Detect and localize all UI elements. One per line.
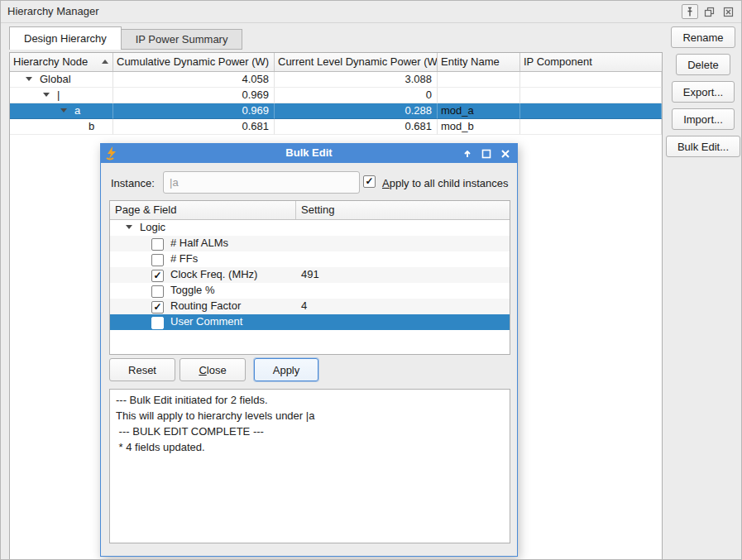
- setting-cell[interactable]: 4: [296, 299, 510, 314]
- setting-cell[interactable]: [296, 314, 510, 330]
- tab-ip-power-summary[interactable]: IP Power Summary: [121, 29, 243, 50]
- table-row[interactable]: Global4.0583.088: [10, 72, 662, 88]
- checkbox-unchecked-icon[interactable]: [151, 285, 164, 298]
- current-power-cell[interactable]: 0: [275, 88, 438, 103]
- reset-button[interactable]: Reset: [109, 358, 175, 381]
- table-row[interactable]: a0.9690.288mod_a: [10, 103, 662, 119]
- field-row[interactable]: Clock Freq. (MHz)491: [110, 267, 510, 283]
- field-name-cell[interactable]: Routing Factor: [110, 299, 296, 314]
- rename-button[interactable]: Rename: [671, 26, 735, 48]
- bulk-edit-button[interactable]: Bulk Edit...: [666, 136, 740, 157]
- entity-name-cell[interactable]: mod_b: [438, 119, 520, 135]
- column-header[interactable]: Cumulative Dynamic Power (W): [113, 53, 275, 71]
- maximize-icon[interactable]: [481, 148, 492, 160]
- window-controls: [682, 4, 736, 19]
- node-label: b: [89, 120, 94, 132]
- dialog-controls: [462, 144, 511, 163]
- pin-icon[interactable]: [682, 4, 698, 19]
- field-label: Toggle %: [170, 284, 214, 296]
- cumulative-power-cell[interactable]: 0.969: [113, 88, 275, 103]
- instance-label: Instance:: [111, 177, 155, 189]
- apply-button[interactable]: Apply: [254, 358, 318, 381]
- field-row[interactable]: Logic: [110, 220, 510, 236]
- field-name-cell[interactable]: User Comment: [110, 314, 296, 330]
- field-label: # Half ALMs: [170, 237, 228, 249]
- field-row[interactable]: User Comment: [110, 314, 510, 330]
- setting-cell[interactable]: [296, 283, 510, 299]
- entity-name-cell[interactable]: [438, 88, 520, 103]
- cumulative-power-cell[interactable]: 0.969: [113, 103, 275, 119]
- column-header-page-field[interactable]: Page & Field: [110, 201, 296, 219]
- field-name-cell[interactable]: Logic: [110, 220, 296, 236]
- close-icon[interactable]: [720, 4, 736, 19]
- column-header[interactable]: Current Level Dynamic Power (W): [275, 53, 438, 71]
- checkbox-unchecked-icon[interactable]: [151, 254, 164, 266]
- field-label: Clock Freq. (MHz): [170, 268, 257, 280]
- float-icon[interactable]: [701, 4, 717, 19]
- cumulative-power-cell[interactable]: 4.058: [113, 72, 275, 88]
- side-button-column: RenameDeleteExport...Import...Bulk Edit.…: [663, 26, 742, 157]
- hierarchy-node-cell[interactable]: b: [10, 119, 113, 135]
- import-button[interactable]: Import...: [672, 108, 735, 130]
- field-label: Logic: [140, 221, 165, 233]
- hierarchy-node-cell[interactable]: Global: [10, 72, 113, 88]
- close-button[interactable]: Close: [180, 358, 246, 381]
- setting-cell[interactable]: [296, 236, 510, 251]
- checkbox-checked-icon[interactable]: [151, 270, 164, 282]
- column-header[interactable]: IP Component: [520, 53, 662, 71]
- tree-table-header: Hierarchy NodeCumulative Dynamic Power (…: [10, 53, 662, 72]
- ip-component-cell[interactable]: [520, 72, 662, 88]
- field-row[interactable]: Routing Factor4: [110, 299, 510, 314]
- column-header[interactable]: Hierarchy Node: [10, 53, 113, 71]
- field-row[interactable]: Toggle %: [110, 283, 510, 299]
- node-label: |: [57, 89, 60, 101]
- column-header-setting[interactable]: Setting: [296, 201, 510, 219]
- setting-cell[interactable]: 491: [296, 267, 510, 283]
- tab-design-hierarchy[interactable]: Design Hierarchy: [9, 26, 122, 50]
- dialog-titlebar[interactable]: Bulk Edit: [101, 144, 517, 163]
- table-row[interactable]: b0.6810.681mod_b: [10, 119, 662, 135]
- current-power-cell[interactable]: 0.681: [275, 119, 438, 135]
- apply-to-children-checkbox[interactable]: [363, 175, 376, 188]
- field-name-cell[interactable]: Clock Freq. (MHz): [110, 267, 296, 283]
- expander-icon[interactable]: [126, 225, 132, 229]
- current-power-cell[interactable]: 3.088: [275, 72, 438, 88]
- ip-component-cell[interactable]: [520, 119, 662, 135]
- field-row[interactable]: # FFs: [110, 251, 510, 267]
- dialog-title: Bulk Edit: [101, 146, 517, 159]
- tab-bar: Design Hierarchy IP Power Summary: [9, 26, 242, 50]
- cumulative-power-cell[interactable]: 0.681: [113, 119, 275, 135]
- expander-icon[interactable]: [60, 108, 67, 112]
- instance-input[interactable]: [163, 171, 360, 194]
- shade-icon[interactable]: [462, 148, 473, 160]
- field-label: Routing Factor: [170, 299, 241, 312]
- hierarchy-node-cell[interactable]: a: [10, 103, 113, 119]
- field-row[interactable]: # Half ALMs: [110, 236, 510, 251]
- field-name-cell[interactable]: # FFs: [110, 251, 296, 267]
- bulk-edit-log[interactable]: --- Bulk Edit initiated for 2 fields.Thi…: [109, 389, 510, 543]
- close-icon[interactable]: [500, 148, 511, 160]
- setting-cell[interactable]: [296, 251, 510, 267]
- table-row[interactable]: |0.9690: [10, 88, 662, 103]
- entity-name-cell[interactable]: [438, 72, 520, 88]
- field-name-cell[interactable]: # Half ALMs: [110, 236, 296, 251]
- expander-icon[interactable]: [26, 77, 32, 81]
- delete-button[interactable]: Delete: [676, 54, 730, 75]
- column-header[interactable]: Entity Name: [438, 53, 520, 71]
- checkbox-checked-icon[interactable]: [151, 301, 164, 314]
- expander-icon[interactable]: [43, 93, 50, 97]
- checkbox-unchecked-icon[interactable]: [151, 238, 164, 251]
- log-line: --- BULK EDIT COMPLETE ---: [116, 424, 504, 439]
- field-name-cell[interactable]: Toggle %: [110, 283, 296, 299]
- column-header-label: Hierarchy Node: [13, 55, 88, 68]
- checkbox-unchecked-icon[interactable]: [151, 317, 164, 329]
- entity-name-cell[interactable]: mod_a: [438, 103, 520, 119]
- ip-component-cell[interactable]: [520, 103, 662, 119]
- current-power-cell[interactable]: 0.288: [275, 103, 438, 119]
- field-table-header: Page & Field Setting: [110, 201, 510, 220]
- export-button[interactable]: Export...: [672, 81, 735, 103]
- setting-cell[interactable]: [296, 220, 510, 236]
- hierarchy-node-cell[interactable]: |: [10, 88, 113, 103]
- sort-ascending-icon: [102, 60, 108, 64]
- ip-component-cell[interactable]: [520, 88, 662, 103]
